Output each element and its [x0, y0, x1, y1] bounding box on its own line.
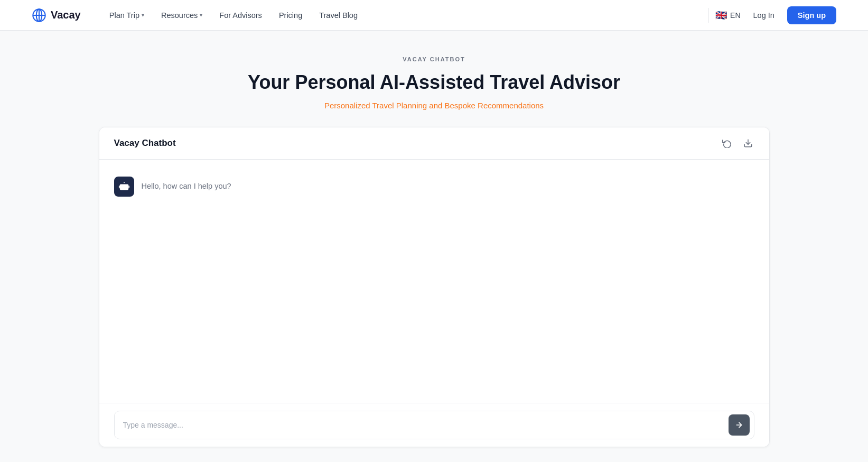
nav-links: Plan Trip ▾ Resources ▾ For Advisors Pri…: [102, 7, 702, 24]
hero-subtitle: Personalized Travel Planning and Bespoke…: [11, 101, 857, 110]
signup-button[interactable]: Sign up: [787, 6, 836, 24]
chat-input-container: [114, 411, 754, 439]
nav-plan-trip[interactable]: Plan Trip ▾: [102, 7, 152, 24]
robot-icon: [118, 181, 130, 192]
svg-rect-10: [128, 186, 129, 188]
nav-for-advisors[interactable]: For Advisors: [212, 7, 269, 24]
hero-badge: VACAY CHATBOT: [11, 56, 857, 62]
svg-point-8: [124, 182, 125, 183]
chatbot-card: Vacay Chatbot: [99, 127, 770, 447]
chatbot-header: Vacay Chatbot: [99, 127, 769, 160]
chatbot-wrapper: Vacay Chatbot: [88, 127, 780, 462]
svg-point-6: [122, 187, 123, 188]
download-button[interactable]: [742, 137, 754, 150]
bot-message: Hello, how can I help you?: [114, 177, 754, 197]
language-label: EN: [730, 11, 740, 20]
svg-rect-9: [118, 186, 119, 188]
chat-area: Hello, how can I help you?: [99, 160, 769, 403]
chevron-down-icon: ▾: [200, 12, 202, 18]
svg-rect-5: [119, 184, 128, 190]
chevron-down-icon: ▾: [142, 12, 144, 18]
bot-avatar: [114, 177, 134, 197]
chatbot-title: Vacay Chatbot: [114, 138, 176, 149]
logo-text: Vacay: [51, 9, 81, 21]
refresh-button[interactable]: [721, 137, 733, 150]
send-icon: [735, 421, 743, 429]
logo[interactable]: Vacay: [32, 8, 81, 23]
svg-point-7: [125, 187, 126, 188]
message-input[interactable]: [115, 413, 729, 437]
nav-travel-blog[interactable]: Travel Blog: [312, 7, 365, 24]
flag-icon: 🇬🇧: [715, 10, 727, 21]
greeting-text: Hello, how can I help you?: [142, 177, 231, 192]
nav-right: 🇬🇧 EN Log In Sign up: [715, 6, 836, 24]
send-button[interactable]: [729, 414, 750, 436]
chat-input-wrapper: [99, 403, 769, 447]
hero-section: VACAY CHATBOT Your Personal AI-Assisted …: [0, 31, 868, 127]
navigation: Vacay Plan Trip ▾ Resources ▾ For Adviso…: [0, 0, 868, 31]
nav-resources[interactable]: Resources ▾: [154, 7, 210, 24]
hero-title: Your Personal AI-Assisted Travel Advisor: [11, 71, 857, 94]
login-button[interactable]: Log In: [747, 7, 781, 24]
globe-icon: [32, 8, 46, 23]
language-selector[interactable]: 🇬🇧 EN: [715, 10, 740, 21]
nav-pricing[interactable]: Pricing: [272, 7, 310, 24]
nav-divider: [708, 8, 709, 23]
chatbot-actions: [721, 137, 754, 150]
